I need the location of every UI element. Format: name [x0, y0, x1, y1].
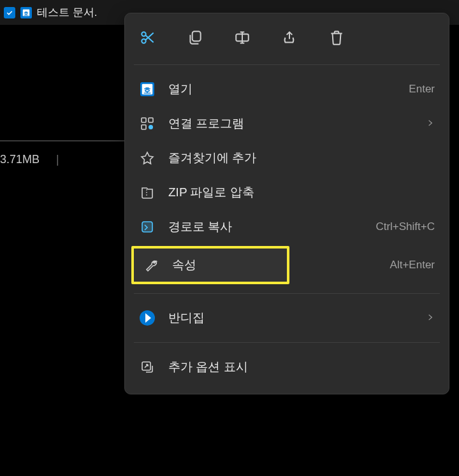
menu-open-shortcut: Enter [409, 83, 435, 96]
menu-bandizip-label: 반디집 [168, 310, 408, 326]
menu-properties-label: 속성 [172, 257, 278, 273]
scissors-icon [140, 29, 156, 46]
svg-rect-14 [149, 118, 153, 122]
context-menu: 호 열기 Enter 연결 프로그램 [124, 13, 449, 394]
file-name-label: 테스트 문서. [37, 5, 97, 20]
hwp-file-icon: 호 [20, 7, 32, 18]
chevron-right-icon [426, 312, 435, 325]
rename-button[interactable] [231, 26, 254, 49]
menu-favorite-label: 즐겨찾기에 추가 [168, 150, 435, 166]
svg-text:호: 호 [24, 10, 29, 16]
star-icon [139, 150, 156, 166]
zip-icon [139, 184, 156, 201]
menu-zip[interactable]: ZIP 파일로 압축 [130, 176, 444, 209]
copy-path-icon [139, 219, 156, 235]
chevron-right-icon [426, 117, 435, 131]
header-separator [0, 140, 124, 141]
rename-icon [234, 29, 251, 46]
share-icon [281, 29, 298, 46]
menu-properties-shortcut: Alt+Enter [390, 259, 444, 271]
file-checkbox[interactable] [4, 7, 15, 18]
delete-button[interactable] [325, 26, 348, 49]
menu-favorite[interactable]: 즐겨찾기에 추가 [130, 141, 444, 175]
bandizip-icon [139, 310, 156, 326]
cut-button[interactable] [136, 26, 159, 49]
svg-rect-13 [142, 118, 146, 122]
open-with-icon [139, 115, 156, 132]
menu-open-label: 열기 [168, 81, 396, 97]
svg-point-16 [149, 125, 153, 129]
menu-open[interactable]: 호 열기 Enter [130, 73, 444, 106]
file-size-label: 3.71MB [0, 153, 40, 166]
menu-divider [134, 293, 440, 294]
context-toolbar [129, 20, 445, 61]
menu-bandizip[interactable]: 반디집 [130, 301, 444, 335]
menu-copy-path[interactable]: 경로로 복사 Ctrl+Shift+C [130, 210, 444, 243]
menu-open-with-label: 연결 프로그램 [168, 115, 408, 132]
open-icon: 호 [139, 81, 156, 97]
menu-divider [134, 342, 440, 343]
svg-rect-6 [193, 31, 201, 41]
status-divider: | [56, 153, 59, 166]
menu-zip-label: ZIP 파일로 압축 [168, 184, 435, 201]
menu-more-label: 추가 옵션 표시 [168, 359, 435, 375]
menu-divider [134, 64, 440, 65]
check-icon [6, 9, 13, 17]
more-options-icon [139, 359, 156, 375]
trash-icon [328, 29, 345, 46]
menu-more-options[interactable]: 추가 옵션 표시 [130, 350, 444, 384]
copy-button[interactable] [184, 26, 207, 49]
share-button[interactable] [278, 26, 301, 49]
status-bar: 3.71MB | [0, 153, 59, 166]
menu-copy-path-label: 경로로 복사 [168, 219, 363, 235]
copy-icon [187, 29, 203, 46]
menu-properties[interactable]: 속성 [134, 249, 287, 282]
wrench-icon [143, 257, 159, 273]
menu-open-with[interactable]: 연결 프로그램 [130, 107, 444, 140]
svg-text:호: 호 [143, 86, 151, 95]
svg-rect-15 [142, 125, 146, 129]
menu-copy-path-shortcut: Ctrl+Shift+C [375, 220, 435, 233]
highlight-box: 속성 [131, 246, 289, 284]
